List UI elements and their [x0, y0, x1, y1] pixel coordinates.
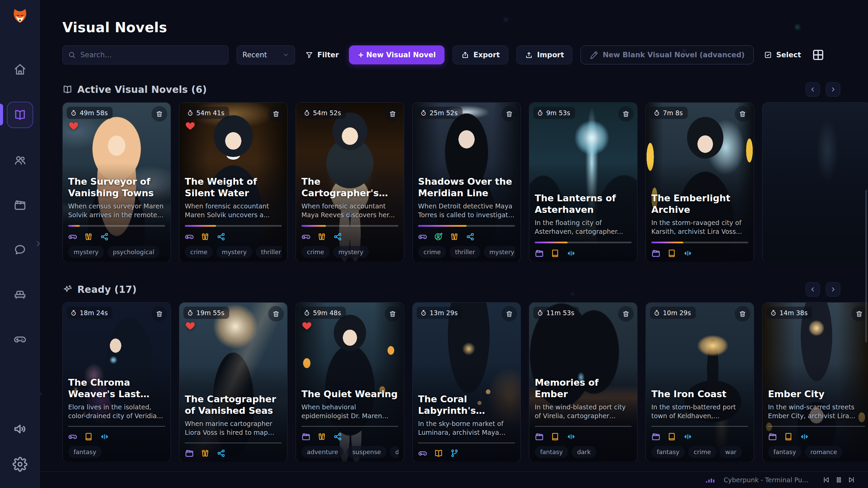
novel-card[interactable]: 59m 48sThe Quiet WearingWhen behavioral … [296, 302, 404, 462]
tag-pill[interactable]: fantasy [651, 446, 685, 458]
chevron-left-icon [809, 86, 816, 93]
share-icon [466, 232, 475, 241]
arrows-h-icon [683, 249, 692, 258]
export-button[interactable]: Export [453, 45, 508, 64]
gamepad-icon [68, 232, 77, 241]
stopwatch-icon [653, 309, 660, 316]
book-icon [551, 432, 560, 441]
stopwatch-icon [770, 309, 777, 316]
delete-button[interactable] [618, 106, 634, 122]
novel-card-partial[interactable] [762, 102, 868, 262]
tag-pill[interactable]: mystery [333, 246, 369, 258]
sidebar-item-home[interactable] [7, 57, 33, 82]
tag-pill[interactable]: fantasy [768, 446, 802, 458]
tag-pill[interactable]: adventure [301, 446, 343, 458]
sidebar-item-chat[interactable] [7, 237, 33, 262]
novel-card[interactable]: 14m 38sEmber CityIn the wind-scarred str… [762, 302, 868, 462]
tag-row: fantasydark [535, 446, 632, 458]
trash-icon [389, 310, 396, 318]
tag-pill[interactable]: war [720, 446, 742, 458]
novel-card[interactable]: 54m 41sThe Weight of Silent WaterWhen fo… [179, 102, 288, 262]
novel-card[interactable]: 9m 53sThe Lanterns of AsterhavenIn the f… [529, 102, 637, 262]
delete-button[interactable] [385, 306, 400, 322]
tag-pill[interactable]: psychological [107, 246, 160, 258]
tag-pill[interactable]: fantasy [68, 446, 102, 458]
sidebar-item-book-open[interactable] [7, 102, 33, 128]
new-visual-novel-button[interactable]: + New Visual Novel [349, 45, 445, 64]
timer-badge: 18m 24s [67, 307, 113, 319]
tag-pill[interactable]: crime [418, 246, 446, 258]
tag-pill[interactable]: thriller [256, 246, 282, 258]
filter-button[interactable]: Filter [303, 45, 341, 64]
delete-button[interactable] [385, 106, 400, 122]
favorite-heart-icon[interactable] [301, 320, 312, 331]
pause-track-button[interactable] [835, 476, 843, 484]
progress-fill [418, 225, 467, 227]
pager-right-button[interactable] [826, 82, 840, 97]
tag-pill[interactable]: crime [688, 446, 716, 458]
tag-pill[interactable]: mystery [68, 246, 104, 258]
tag-pill[interactable]: mystery [216, 246, 252, 258]
favorite-heart-icon[interactable] [185, 320, 196, 331]
novel-card[interactable]: 49m 58sThe Surveyor of Vanishing TownsWh… [62, 102, 171, 262]
delete-button[interactable] [501, 306, 517, 322]
sort-select[interactable]: Recent [237, 45, 295, 64]
delete-button[interactable] [735, 106, 750, 122]
timer-value: 59m 48s [313, 309, 341, 317]
timer-badge: 13m 29s [417, 307, 462, 319]
novel-card[interactable]: 25m 52sShadows Over the Meridian LineWhe… [412, 102, 521, 262]
delete-button[interactable] [735, 306, 750, 322]
novel-card[interactable]: 11m 53sMemories of EmberIn the wind-blas… [529, 302, 637, 462]
gamepad-icon [418, 232, 427, 241]
tag-pill[interactable]: thriller [450, 246, 480, 258]
sidebar-expand-chevron-icon[interactable] [34, 239, 43, 248]
novel-card[interactable]: 10m 29sThe Iron CoastIn the storm-batter… [646, 302, 754, 462]
delete-button[interactable] [268, 106, 284, 122]
sidebar-item-speaker[interactable] [13, 422, 27, 436]
sidebar-item-clapperboard[interactable] [7, 192, 33, 218]
grid-view-button[interactable] [811, 48, 825, 62]
sidebar-item-settings[interactable] [13, 457, 27, 472]
delete-button[interactable] [152, 306, 167, 322]
new-blank-button[interactable]: New Blank Visual Novel (advanced) [580, 45, 754, 64]
sidebar-item-users[interactable] [7, 148, 33, 173]
novel-card[interactable]: 18m 24sThe Chroma Weaver's Last LightElo… [62, 302, 171, 462]
tag-pill[interactable]: crime [301, 246, 330, 258]
trash-icon [622, 310, 630, 318]
card-info: Ember CityIn the wind-scarred streets Em… [768, 388, 865, 458]
progress-fill [68, 225, 80, 227]
card-title: The Lanterns of Asterhaven [535, 192, 632, 216]
fox-logo[interactable] [9, 6, 31, 27]
tag-pill[interactable]: crime [185, 246, 213, 258]
novel-card[interactable]: 19m 55sThe Cartographer of Vanished Seas… [179, 302, 288, 462]
tag-pill[interactable]: romance [805, 446, 843, 458]
tag-pill[interactable]: fantasy [535, 446, 568, 458]
tag-pill[interactable]: dark [572, 446, 596, 458]
main-content: Visual Novels Recent Filter + New Visual… [40, 0, 868, 488]
pager-left-button[interactable] [806, 282, 820, 297]
delete-button[interactable] [618, 306, 634, 322]
import-button[interactable]: Import [516, 45, 573, 64]
delete-button[interactable] [851, 306, 867, 322]
pager-left-button[interactable] [806, 82, 820, 97]
card-divider [418, 443, 515, 443]
novel-card[interactable]: 13m 29sThe Coral Labyrinth's WhisperIn t… [412, 302, 521, 462]
scrollbar[interactable] [865, 190, 867, 342]
pager-right-button[interactable] [826, 282, 840, 297]
select-button[interactable]: Select [762, 45, 803, 64]
sidebar-item-gamepad[interactable] [7, 327, 33, 352]
prev-track-button[interactable] [822, 476, 830, 484]
novel-card[interactable]: 54m 52sThe Cartographer's DaughterWhen f… [296, 102, 404, 262]
favorite-heart-icon[interactable] [68, 120, 79, 131]
tag-pill[interactable]: suspense [347, 446, 387, 458]
next-track-button[interactable] [848, 476, 856, 484]
delete-button[interactable] [501, 106, 517, 122]
sidebar-item-sofa[interactable] [7, 282, 33, 307]
delete-button[interactable] [152, 106, 167, 122]
favorite-heart-icon[interactable] [185, 120, 196, 131]
delete-button[interactable] [268, 306, 284, 322]
tag-pill[interactable]: dark [390, 446, 398, 458]
novel-card[interactable]: 7m 8sThe Emberlight ArchiveIn the storm-… [646, 102, 754, 262]
search-input[interactable] [62, 45, 229, 64]
tag-pill[interactable]: mystery [484, 246, 515, 258]
